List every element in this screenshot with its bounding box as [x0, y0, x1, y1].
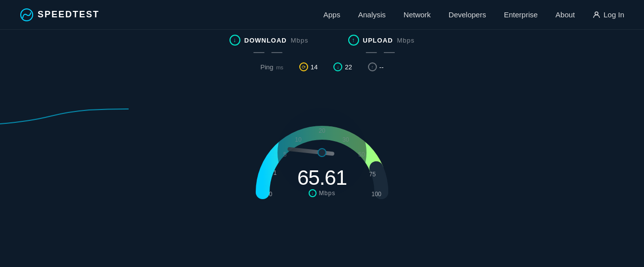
gauge-label-75: 75 — [369, 171, 376, 178]
svg-point-1 — [595, 12, 598, 15]
nav-item-enterprise[interactable]: Enterprise — [504, 10, 538, 19]
gauge-label-1: 1 — [274, 169, 277, 176]
upload-label-text: UPLOAD — [363, 37, 393, 44]
download-label: ↓ DOWNLOAD Mbps — [230, 35, 309, 46]
speed-display: 65.61 ↓ Mbps — [297, 167, 347, 197]
dl-stat: ↓ 22 — [333, 62, 352, 71]
nav-link-enterprise[interactable]: Enterprise — [504, 10, 538, 19]
stat-download-icon: ↓ — [333, 62, 342, 71]
speedometer-gauge: 0 1 5 10 20 30 50 75 100 65.61 ↓ — [243, 73, 401, 212]
ping-label: Ping — [261, 63, 274, 71]
nav-link-analysis[interactable]: Analysis — [358, 10, 386, 19]
jitter-value: 14 — [311, 63, 318, 71]
nav-link-about[interactable]: About — [555, 10, 575, 19]
download-unit: Mbps — [291, 37, 309, 44]
upload-icon: ↑ — [348, 35, 359, 46]
download-label-text: DOWNLOAD — [244, 37, 287, 44]
logo[interactable]: SPEEDTEST — [20, 8, 99, 22]
nav-link-network[interactable]: Network — [404, 10, 431, 19]
nav-links: Apps Analysis Network Developers Enterpr… — [323, 10, 575, 19]
download-section: ↓ DOWNLOAD Mbps — — — [230, 35, 309, 58]
stat-upload-value: -- — [379, 63, 384, 71]
jitter-icon: ⟳ — [299, 62, 308, 71]
upload-value: — — — [348, 46, 415, 58]
brand-name: SPEEDTEST — [38, 9, 99, 20]
speed-unit-icon: ↓ — [309, 189, 317, 197]
user-icon — [593, 11, 600, 19]
ping-row: Ping ms ⟳ 14 ↓ 22 ↑ -- — [261, 62, 384, 71]
upload-label: ↑ UPLOAD Mbps — [348, 35, 415, 46]
main-content: ↓ DOWNLOAD Mbps — — ↑ UPLOAD Mbps — — Pi… — [0, 30, 644, 267]
jitter-stat: ⟳ 14 — [299, 62, 318, 71]
login-button[interactable]: Log In — [593, 10, 624, 19]
download-icon: ↓ — [230, 35, 240, 46]
upload-section: ↑ UPLOAD Mbps — — — [348, 35, 415, 58]
current-speed-value: 65.61 — [297, 167, 347, 188]
ping-graph-decoration — [0, 94, 129, 134]
upload-unit: Mbps — [397, 37, 414, 44]
nav-item-apps[interactable]: Apps — [323, 10, 340, 19]
gauge-label-0: 0 — [269, 191, 273, 198]
ul-stat: ↑ -- — [368, 62, 384, 71]
nav-item-analysis[interactable]: Analysis — [358, 10, 386, 19]
nav-link-developers[interactable]: Developers — [449, 10, 486, 19]
download-value: — — — [230, 46, 309, 58]
login-label: Log In — [603, 10, 624, 19]
stat-download-value: 22 — [345, 63, 352, 71]
stat-upload-icon: ↑ — [368, 62, 377, 71]
speedtest-logo-icon — [20, 8, 34, 22]
nav-item-developers[interactable]: Developers — [449, 10, 486, 19]
speed-unit-row: ↓ Mbps — [297, 189, 347, 197]
nav-item-about[interactable]: About — [555, 10, 575, 19]
speed-header: ↓ DOWNLOAD Mbps — — ↑ UPLOAD Mbps — — — [230, 35, 414, 58]
gauge-label-100: 100 — [371, 191, 381, 198]
navbar: SPEEDTEST Apps Analysis Network Develope… — [0, 0, 644, 30]
ping-unit: ms — [276, 64, 283, 70]
ping-section: Ping ms — [261, 63, 283, 71]
nav-link-apps[interactable]: Apps — [323, 10, 340, 19]
speed-unit-label: Mbps — [319, 190, 335, 197]
nav-item-network[interactable]: Network — [404, 10, 431, 19]
